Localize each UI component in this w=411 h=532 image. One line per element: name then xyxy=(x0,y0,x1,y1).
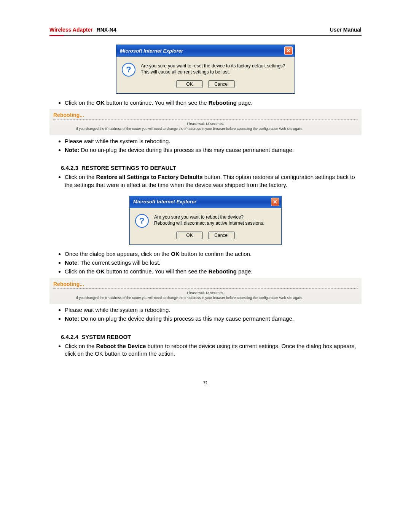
dialog-titlebar: Microsoft Internet Explorer ✕ xyxy=(116,45,295,57)
rebooting-note-text: If you changed the IP address of the rou… xyxy=(53,295,358,300)
ok-button[interactable]: OK xyxy=(176,80,203,88)
list-item: Once the dialog box appears, click on th… xyxy=(65,250,362,258)
header-brand: Wireless Adapter xyxy=(49,27,93,33)
rebooting-wait-text: Please wait 13 seconds. xyxy=(53,122,358,126)
list-item: Click on the Reboot the Device button to… xyxy=(65,342,362,358)
instruction-list: Please wait while the system is rebootin… xyxy=(65,306,362,323)
section-heading-restore: 6.4.2.3 RESTORE SETTINGS TO DEFAULT xyxy=(61,165,362,171)
dialog-title: Microsoft Internet Explorer xyxy=(133,199,196,204)
dialog-title: Microsoft Internet Explorer xyxy=(120,48,183,54)
factory-reset-dialog: Microsoft Internet Explorer ✕ ? Are you … xyxy=(116,45,295,94)
dialog-message: Are you sure you want to reboot the devi… xyxy=(154,214,264,228)
question-icon: ? xyxy=(122,63,135,77)
list-item: Click on the Restore all Settings to Fac… xyxy=(65,173,362,189)
list-item: Click on the OK button to continue. You … xyxy=(65,268,362,275)
instruction-list: Click on the Reboot the Device button to… xyxy=(65,342,362,358)
list-item: Note: Do no un-plug the device during th… xyxy=(65,146,362,154)
page-number: 71 xyxy=(49,380,362,385)
cancel-button[interactable]: Cancel xyxy=(208,232,235,239)
close-icon[interactable]: ✕ xyxy=(271,198,279,206)
list-item: Please wait while the system is rebootin… xyxy=(65,137,362,145)
list-item: Note: The current settings will be lost. xyxy=(65,259,362,267)
instruction-list: Once the dialog box appears, click on th… xyxy=(65,250,362,276)
header-right: User Manual xyxy=(330,27,362,33)
header-rule xyxy=(49,35,362,38)
list-item: Note: Do no un-plug the device during th… xyxy=(65,315,362,323)
cancel-button[interactable]: Cancel xyxy=(208,80,235,88)
instruction-list: Click on the Restore all Settings to Fac… xyxy=(65,173,362,189)
rebooting-title: Rebooting... xyxy=(53,281,358,289)
page-header: Wireless Adapter RNX-N4 User Manual xyxy=(49,27,362,35)
close-icon[interactable]: ✕ xyxy=(284,46,293,55)
list-item: Please wait while the system is rebootin… xyxy=(65,306,362,314)
reboot-dialog: Microsoft Internet Explorer ✕ ? Are you … xyxy=(129,196,282,245)
header-left: Wireless Adapter RNX-N4 xyxy=(49,27,116,33)
dialog-message: Are you sure you want to reset the devic… xyxy=(141,63,285,77)
header-model: RNX-N4 xyxy=(97,27,116,33)
instruction-list: Please wait while the system is rebootin… xyxy=(65,137,362,154)
rebooting-title: Rebooting... xyxy=(53,112,358,120)
rebooting-wait-text: Please wait 13 seconds. xyxy=(53,291,358,295)
instruction-list: Click on the OK button to continue. You … xyxy=(65,99,362,107)
rebooting-panel: Rebooting... Please wait 13 seconds. If … xyxy=(49,278,362,304)
section-heading-reboot: 6.4.2.4 SYSTEM REBOOT xyxy=(61,334,362,340)
ok-button[interactable]: OK xyxy=(176,232,203,239)
list-item: Click on the OK button to continue. You … xyxy=(65,99,362,107)
rebooting-panel: Rebooting... Please wait 13 seconds. If … xyxy=(49,109,362,135)
question-icon: ? xyxy=(135,214,149,228)
rebooting-note-text: If you changed the IP address of the rou… xyxy=(53,126,358,131)
dialog-titlebar: Microsoft Internet Explorer ✕ xyxy=(130,196,281,208)
